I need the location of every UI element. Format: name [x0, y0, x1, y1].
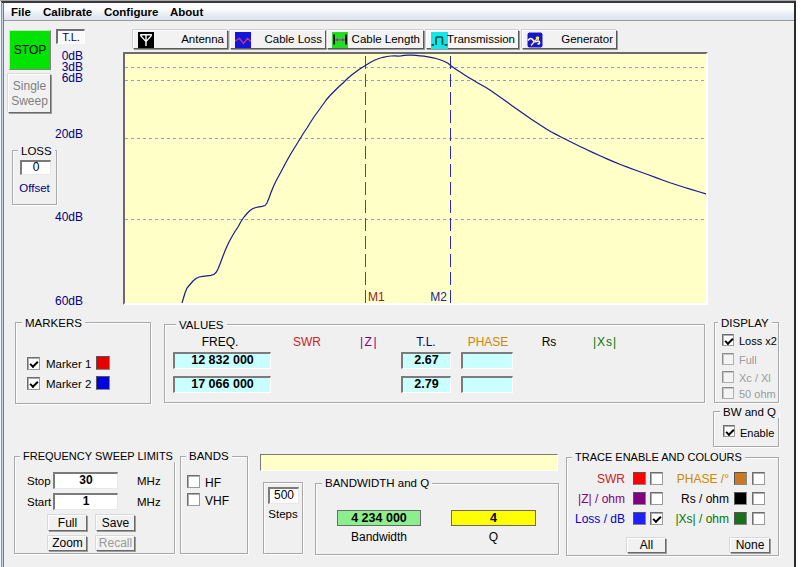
svg-text:M2: M2: [430, 290, 447, 304]
svg-text:M1: M1: [368, 290, 385, 304]
